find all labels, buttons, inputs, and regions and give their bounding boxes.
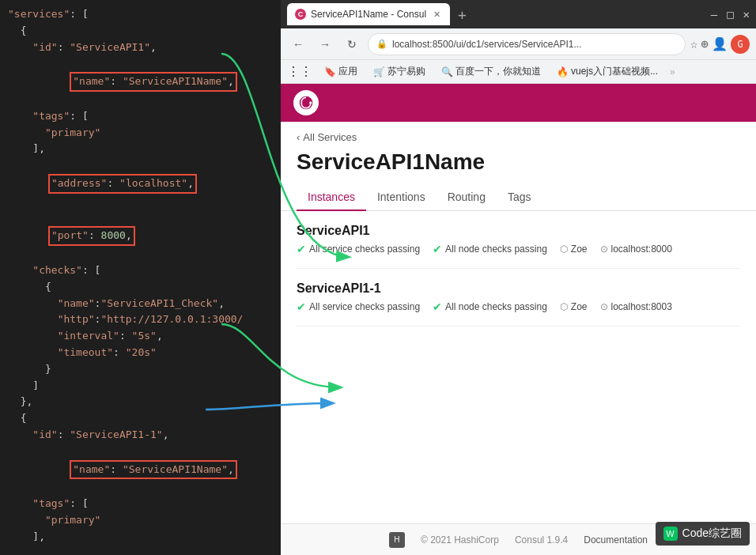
code-line: "timeout": "20s" [0, 345, 281, 361]
code-highlight-port1: "port": 8000, [0, 210, 281, 262]
version-text: Consul 1.9.4 [515, 534, 568, 546]
server-icon: ⊙ [600, 244, 608, 255]
bookmark-baidu[interactable]: 🔍 百度一下，你就知道 [437, 62, 545, 81]
apps-icon[interactable]: ⋮⋮ [287, 64, 312, 79]
check-node-name: ⬡ Zoe [560, 244, 588, 255]
server-icon: ⊙ [600, 301, 608, 312]
breadcrumb: ‹ All Services [281, 122, 756, 143]
code-line: "checks": [ [0, 262, 281, 279]
code-line: ], [0, 529, 281, 546]
check-address: ⊙ localhost:8000 [600, 244, 672, 255]
bookmark-icon: 🔖 [324, 66, 336, 77]
browser-panel: C ServiceAPI1Name - Consul ✕ + — □ ✕ ← →… [281, 0, 756, 555]
service-item-name: ServiceAPI1-1 [297, 281, 740, 296]
check-service-passing: ✔ All service checks passing [297, 243, 420, 255]
code-line: "tags": [ [0, 496, 281, 512]
all-services-link[interactable]: All Services [303, 131, 357, 143]
tab-tags[interactable]: Tags [497, 184, 542, 211]
back-button[interactable]: ← [287, 33, 309, 55]
browser-tab[interactable]: C ServiceAPI1Name - Consul ✕ [287, 3, 450, 25]
link-icon: ⬡ [560, 244, 568, 255]
check-green-icon: ✔ [297, 243, 306, 255]
tab-instances[interactable]: Instances [297, 184, 366, 211]
service-title: ServiceAPI1Name [281, 143, 756, 184]
code-line: "tags": [ [0, 108, 281, 125]
forward-button[interactable]: → [314, 33, 336, 55]
code-line: { [0, 410, 281, 427]
code-line: } [0, 361, 281, 378]
service-tabs: Instances Intentions Routing Tags [281, 184, 756, 211]
check-green-icon: ✔ [433, 243, 442, 255]
bookmark-label: 苏宁易购 [387, 65, 425, 78]
bookmark-label: 应用 [338, 65, 357, 78]
service-item-name: ServiceAPI1 [297, 224, 740, 238]
bookmark-icon: 🔥 [557, 66, 569, 77]
check-text: Zoe [571, 244, 588, 255]
check-text: All node checks passing [445, 244, 547, 255]
browser-titlebar: C ServiceAPI1Name - Consul ✕ + — □ ✕ [281, 0, 756, 28]
toolbar-icons: ☆ ⊕ 👤 G [690, 35, 750, 54]
copyright-text: © 2021 HashiCorp [421, 534, 499, 546]
watermark: W Code综艺圈 [656, 522, 750, 546]
code-highlight-name1: "name": "ServiceAPI1Name", [0, 55, 281, 108]
check-text: All node checks passing [445, 301, 547, 312]
code-line: }, [0, 394, 281, 410]
consul-content: ‹ All Services ServiceAPI1Name Instances… [281, 122, 756, 555]
code-line: "name":"ServiceAPI1_Check", [0, 296, 281, 312]
code-line: ], [0, 141, 281, 157]
extension-icon[interactable]: ⊕ [701, 36, 709, 51]
new-tab-button[interactable]: + [458, 6, 467, 23]
tab-close-button[interactable]: ✕ [431, 9, 442, 20]
code-line: "services": [ [0, 6, 281, 23]
maximize-icon[interactable]: □ [727, 8, 733, 21]
check-green-icon: ✔ [297, 300, 306, 313]
refresh-button[interactable]: ↻ [341, 33, 363, 55]
address-text: localhost:8500/ui/dc1/services/ServiceAP… [392, 39, 581, 50]
wechat-icon: W [663, 527, 678, 541]
check-address: ⊙ localhost:8003 [600, 301, 672, 312]
minimize-icon[interactable]: — [711, 8, 717, 21]
check-node-name: ⬡ Zoe [560, 301, 588, 312]
bookmark-label: 百度一下，你就知道 [455, 65, 541, 78]
bookmark-icon[interactable]: ☆ [690, 36, 698, 51]
code-highlight-addr2: "address": "localhost", [0, 546, 281, 556]
security-icon: 🔒 [376, 39, 387, 49]
docs-link[interactable]: Documentation [584, 534, 648, 546]
bookmark-suning[interactable]: 🛒 苏宁易购 [369, 62, 429, 81]
tab-routing[interactable]: Routing [437, 184, 497, 211]
code-line: "interval": "5s", [0, 328, 281, 345]
check-text: All service checks passing [309, 244, 420, 255]
hashicorp-logo: H [389, 532, 405, 548]
check-text: Zoe [571, 301, 588, 312]
breadcrumb-sep: ‹ [297, 131, 300, 143]
code-line: "primary" [0, 512, 281, 529]
bookmarks-bar: ⋮⋮ 🔖 应用 🛒 苏宁易购 🔍 百度一下，你就知道 🔥 vuejs入门基础视频… [281, 60, 756, 84]
check-service-passing: ✔ All service checks passing [297, 300, 420, 313]
svg-point-1 [309, 101, 312, 104]
bookmark-yingyong[interactable]: 🔖 应用 [320, 62, 361, 81]
consul-header [281, 84, 756, 122]
bookmark-vuejs[interactable]: 🔥 vuejs入门基础视频... [553, 62, 662, 81]
address-bar[interactable]: 🔒 localhost:8500/ui/dc1/services/Service… [368, 33, 686, 55]
code-highlight-name2: "name": "ServiceAPI1Name", [0, 444, 281, 496]
check-text: localhost:8003 [611, 301, 672, 312]
more-bookmarks-icon[interactable]: » [670, 66, 675, 77]
profile-icon[interactable]: 👤 [712, 36, 728, 51]
bookmark-icon: 🔍 [441, 66, 453, 77]
code-line: "primary" [0, 125, 281, 142]
code-highlight-addr1: "address": "localhost", [0, 157, 281, 210]
tab-title: ServiceAPI1Name - Consul [311, 9, 426, 20]
check-node-passing: ✔ All node checks passing [433, 300, 547, 313]
code-line: "id": "ServiceAPI1-1", [0, 427, 281, 444]
menu-icon[interactable]: G [731, 35, 750, 54]
code-line: { [0, 23, 281, 40]
consul-ui: ‹ All Services ServiceAPI1Name Instances… [281, 84, 756, 555]
browser-toolbar: ← → ↻ 🔒 localhost:8500/ui/dc1/services/S… [281, 28, 756, 60]
close-icon[interactable]: ✕ [743, 8, 750, 21]
check-green-icon: ✔ [433, 300, 442, 313]
service-checks: ✔ All service checks passing ✔ All node … [297, 243, 740, 255]
service-list: ServiceAPI1 ✔ All service checks passing… [281, 211, 756, 523]
tab-intentions[interactable]: Intentions [366, 184, 437, 211]
consul-favicon-icon: C [298, 10, 304, 18]
check-text: All service checks passing [309, 301, 420, 312]
